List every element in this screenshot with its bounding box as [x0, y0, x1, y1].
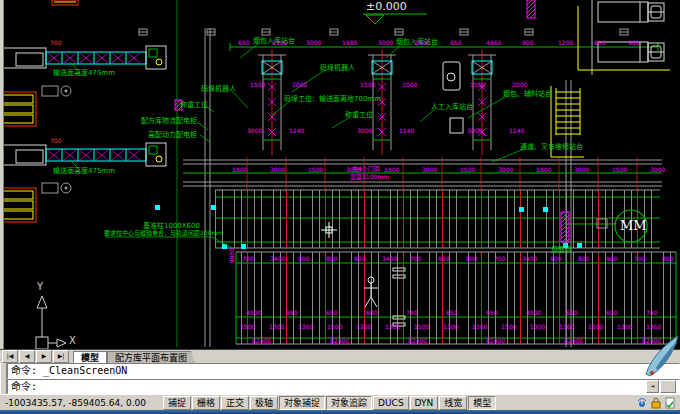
dimension-text: 1200 — [558, 40, 573, 46]
dimension-text: 700 — [50, 138, 61, 144]
dimension-text: 2000 — [512, 82, 527, 88]
dimension-text: 2500 — [414, 40, 429, 46]
dimension-text: 4960 — [486, 40, 501, 46]
dimension-text: 700 — [50, 40, 61, 46]
command-prompt[interactable]: 命令: — [11, 380, 646, 393]
label-power-cabinet: 高配动力配电柜 — [148, 131, 197, 139]
status-button-lineweight[interactable]: 线宽 — [439, 396, 467, 410]
label-palletizing-station: 码垛工位：输送面离地700mm — [284, 95, 381, 103]
truck-icon — [598, 2, 664, 22]
command-input-line[interactable]: 命令: ◄ — [7, 379, 680, 394]
dimension-text: 1360 — [385, 324, 400, 330]
status-tray — [634, 397, 676, 409]
ucs-x-label: X — [69, 335, 76, 346]
dimension-text: 900 — [298, 256, 309, 262]
dimension-text: 650 — [446, 310, 457, 316]
dimension-text: 1240 — [509, 128, 524, 134]
dimension-text: 900 — [628, 40, 639, 46]
dimension-text: 1500 — [327, 324, 342, 330]
dimension-text: 1300 — [269, 324, 284, 330]
dimension-text: 1300 — [443, 324, 458, 330]
dimension-text: 1500 — [240, 324, 255, 330]
dimension-text: 900 — [354, 256, 365, 262]
dimension-text: 650 — [566, 310, 577, 316]
label-weighing-station-mid: 称重工位 — [345, 111, 373, 119]
dimension-text: 3000 — [422, 167, 437, 173]
dimension-text: 740 — [646, 310, 657, 316]
last-tab-button[interactable]: ▶| — [53, 350, 69, 363]
dimension-text: 1500 — [460, 167, 475, 173]
label-column-requirement: 要求柱中心与磁轴重合，与轨道间距200mm — [104, 229, 223, 237]
status-button-ortho[interactable]: 正交 — [221, 396, 249, 410]
dimension-text: 1500 — [470, 82, 485, 88]
dimension-text: 3000 — [574, 167, 589, 173]
dimension-text: 82400 — [330, 338, 349, 344]
status-button-snap[interactable]: 捕捉 — [163, 396, 191, 410]
dimension-text: 650 — [450, 40, 461, 46]
dimension-text: 3000 — [306, 40, 321, 46]
dimension-text: 600 — [366, 310, 377, 316]
upper-rack-band — [215, 190, 660, 248]
dimension-text: 4500 — [526, 310, 541, 316]
dimension-text: 1500 — [360, 82, 375, 88]
command-window: 命令: _CleanScreenON 命令: ◄ — [0, 363, 680, 394]
autocad-logo — [642, 334, 680, 378]
lower-rack-band — [236, 252, 676, 344]
dimension-text: 82400 — [486, 338, 505, 344]
label-manual-inbound-dock: 人工入库站台 — [431, 103, 473, 111]
dimension-text: 3400 — [270, 256, 285, 262]
window-left-edge — [0, 0, 4, 349]
dimension-text: 800 — [466, 256, 477, 262]
drawing-canvas[interactable]: ±0.000 MM Y X 烟包入库站台 烟包入库站台 码垛机器人 称重工位 配… — [0, 0, 680, 349]
command-scrollbar[interactable]: ◄ — [646, 380, 676, 393]
associated-standards-icon[interactable] — [664, 397, 676, 409]
dimension-text: 82400 — [252, 338, 271, 344]
status-button-model[interactable]: 模型 — [468, 396, 496, 410]
layout-tab-bar: |◀ ◀ ▶ ▶| 模型 配方库平面布置图 — [0, 349, 680, 364]
dimension-text: 1500 — [308, 167, 323, 173]
dimension-text: 4500 — [246, 310, 261, 316]
dimension-text: 1500 — [536, 167, 551, 173]
communication-center-icon[interactable] — [636, 397, 648, 409]
forklift-icon — [0, 92, 36, 126]
status-button-dyn[interactable]: DYN — [410, 396, 439, 410]
label-vertical-dimension: 9000 — [228, 248, 236, 263]
first-tab-button[interactable]: |◀ — [2, 350, 18, 363]
dimension-text: 2000 — [402, 82, 417, 88]
dimension-text: 3000 — [650, 167, 665, 173]
dimension-text: 3000 — [498, 167, 513, 173]
elevation-mark — [363, 14, 427, 24]
status-button-otrack[interactable]: 对象追踪 — [326, 396, 372, 410]
label-palletizer-robot-mid: 码垛机器人 — [320, 64, 355, 72]
coordinate-readout[interactable]: -1003435.57, -859405.64, 0.00 — [0, 398, 163, 408]
dimension-text: 650 — [238, 40, 249, 46]
palletizer-tower — [468, 49, 496, 155]
dimension-text: 700 — [634, 256, 645, 262]
next-tab-button[interactable]: ▶ — [36, 350, 52, 363]
dimension-text: 900 — [550, 256, 561, 262]
status-button-grid[interactable]: 栅格 — [192, 396, 220, 410]
dimension-text: 1360 — [646, 324, 661, 330]
dimension-text: 800 — [578, 256, 589, 262]
dimension-text: 740 — [406, 310, 417, 316]
label-palletizer-robot-left: 码垛机器人 — [201, 85, 236, 93]
dimension-text: 1360 — [559, 324, 574, 330]
dimension-text: 3400 — [382, 256, 397, 262]
dimension-text: 650 — [326, 310, 337, 316]
scroll-left-icon[interactable]: ◄ — [646, 380, 659, 393]
label-bale-material-dock: 烟包、辅料站台 — [503, 90, 552, 98]
tab-nav-buttons: |◀ ◀ ▶ ▶| — [2, 350, 70, 363]
status-button-polar[interactable]: 极轴 — [250, 396, 278, 410]
dimension-text: 2000 — [292, 82, 307, 88]
dimension-text: 3000 — [270, 167, 285, 173]
prev-tab-button[interactable]: ◀ — [19, 350, 35, 363]
command-window-grip[interactable] — [0, 363, 7, 394]
toolbar-lock-icon[interactable] — [650, 397, 662, 409]
dimension-text: 1300 — [530, 324, 545, 330]
dimension-text: 700 — [494, 256, 505, 262]
dimension-text: 2500 — [272, 40, 287, 46]
scroll-thumb[interactable] — [660, 380, 676, 393]
status-button-osnap[interactable]: 对象捕捉 — [279, 396, 325, 410]
status-button-ducs[interactable]: DUCS — [373, 396, 409, 410]
label-conveyor-height-1: 输送面高度475mm — [53, 69, 115, 77]
